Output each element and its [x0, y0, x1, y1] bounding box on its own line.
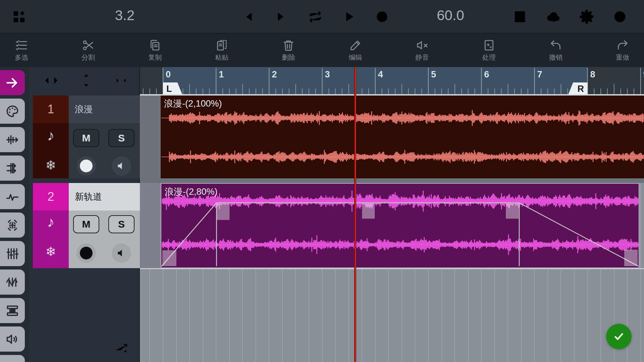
clip-end-handle[interactable]	[624, 250, 638, 266]
track-monitor-button[interactable]	[112, 156, 131, 176]
toolbar-process[interactable]: 处理	[474, 39, 504, 62]
loop-start-flag[interactable]	[163, 82, 182, 94]
toolbar-scissors[interactable]: 分割	[73, 39, 104, 62]
remove-track-button[interactable]	[78, 340, 95, 356]
track-monitor-button[interactable]	[112, 243, 131, 263]
track-lane-1[interactable]: 浪漫-(2,100%)	[140, 96, 644, 178]
paste-icon	[215, 39, 228, 52]
bar-number: 7	[537, 69, 542, 79]
tool-select-arrow[interactable]	[0, 70, 25, 95]
volume-envelope	[161, 184, 639, 267]
arranger-icon	[5, 303, 20, 318]
bar-number: 8	[590, 69, 595, 79]
timeline-ruler[interactable]: 0123456789LR	[140, 67, 644, 94]
toolbar-mute[interactable]: 静音	[407, 39, 438, 62]
toolbar-undo[interactable]: 撤销	[540, 39, 571, 62]
mute-button[interactable]: M	[73, 215, 99, 233]
loop-start-label: L	[166, 84, 172, 94]
collapse-horizontal-icon[interactable]	[113, 73, 129, 88]
settings-gear-icon[interactable]	[579, 9, 594, 24]
loop-end-label: R	[578, 84, 584, 94]
tool-speaker[interactable]	[0, 326, 25, 352]
track-lane-2[interactable]: 浪漫-(2,80%)	[140, 183, 644, 268]
record-icon[interactable]	[374, 9, 390, 24]
toolbar-paste[interactable]: 粘贴	[206, 39, 237, 62]
track-name[interactable]: 浪漫	[69, 96, 140, 123]
tool-route[interactable]	[0, 156, 25, 181]
track-header-1[interactable]: 1 浪漫 ♪ ❄ M S	[33, 96, 140, 178]
tool-volume[interactable]	[0, 355, 25, 362]
toolbar-label: 静音	[416, 53, 429, 62]
redo-icon	[616, 39, 629, 52]
tempo-display[interactable]: 60.0	[425, 7, 476, 23]
fade-out-handle[interactable]	[506, 203, 519, 219]
expand-vertical-icon[interactable]	[78, 73, 94, 88]
add-fx-icon	[5, 218, 20, 233]
clip-label: 浪漫-(2,80%)	[165, 186, 218, 198]
toolbar-label: 删除	[282, 53, 295, 62]
track-number[interactable]: 2	[33, 183, 69, 210]
toolbar-label: 多选	[15, 53, 28, 62]
speaker-icon	[116, 161, 127, 171]
skip-end-icon[interactable]	[274, 9, 290, 24]
layout-grid-icon[interactable]	[11, 9, 27, 24]
tool-mixer-faders[interactable]	[0, 241, 25, 266]
arm-record-button[interactable]	[76, 156, 96, 176]
route-icon	[5, 161, 20, 176]
lane-divider	[140, 268, 644, 269]
audio-clip-track1[interactable]: 浪漫-(2,100%)	[161, 96, 644, 178]
arm-record-button[interactable]	[76, 243, 96, 263]
bar-number: 2	[272, 69, 277, 79]
toolbar-redo[interactable]: 重做	[607, 39, 638, 62]
tool-palette[interactable]	[0, 99, 25, 124]
mixer-sliders-icon[interactable]	[39, 9, 54, 24]
track-name[interactable]: 新轨道	[69, 183, 140, 210]
toolbar-trash[interactable]: 删除	[273, 39, 304, 62]
time-display[interactable]: 3.2	[100, 7, 150, 23]
multiselect-icon	[15, 39, 28, 52]
gain-handle[interactable]	[362, 203, 375, 219]
pencil-icon	[349, 39, 362, 52]
record-dot	[80, 247, 93, 259]
expand-horizontal-icon[interactable]	[44, 73, 59, 88]
select-arrow-icon	[5, 75, 20, 90]
solo-button[interactable]: S	[108, 215, 135, 233]
tool-lfo-wave[interactable]	[0, 269, 25, 295]
save-icon[interactable]	[512, 9, 528, 24]
tool-add-fx[interactable]	[0, 213, 25, 238]
add-track-button[interactable]	[43, 340, 59, 356]
freeze-icon: ❄	[33, 158, 69, 173]
trim-icon	[5, 132, 20, 147]
solo-button[interactable]: S	[108, 129, 135, 147]
track-number[interactable]: 1	[33, 96, 69, 123]
edit-toolbar: 多选分割复制粘贴删除编辑静音处理撤销重做	[0, 34, 644, 67]
volume-icon	[5, 360, 20, 362]
lane-lead-in	[140, 96, 161, 178]
cloud-download-icon[interactable]	[546, 9, 561, 24]
toolbar-pencil[interactable]: 编辑	[340, 39, 371, 62]
mixer-faders-icon	[5, 246, 20, 261]
audio-clip-track2[interactable]: 浪漫-(2,80%)	[161, 183, 639, 268]
arrangement-area[interactable]: 0123456789LR 浪漫-(2,100%) 浪漫-(2,80%)	[140, 67, 644, 362]
toolbar-label: 撤销	[549, 53, 562, 62]
route-track-button[interactable]	[114, 340, 130, 356]
play-icon[interactable]	[341, 9, 357, 24]
toolbar-multiselect[interactable]: 多选	[6, 39, 37, 62]
tool-trim[interactable]	[0, 127, 25, 152]
playhead[interactable]	[354, 67, 356, 362]
skip-start-icon[interactable]	[240, 9, 255, 24]
toolbar-copy[interactable]: 复制	[140, 39, 170, 62]
tool-arranger[interactable]	[0, 298, 25, 323]
mute-button[interactable]: M	[73, 129, 99, 147]
loop-icon[interactable]	[308, 9, 323, 24]
fade-out-line	[519, 203, 638, 266]
undo-icon	[549, 39, 562, 52]
fade-in-handle[interactable]	[217, 203, 230, 220]
tool-automation-step[interactable]	[0, 184, 25, 209]
track-header-2[interactable]: 2 新轨道 ♪ ❄ M S	[33, 183, 140, 268]
copy-icon	[148, 39, 162, 52]
clip-start-handle[interactable]	[162, 250, 176, 266]
help-icon[interactable]	[612, 9, 628, 24]
daw-app: 3.2 60.0 多选分割复制粘贴删除编辑静音处理撤销重做 1 浪漫 ♪ ❄ M	[0, 0, 644, 362]
confirm-button[interactable]	[606, 324, 632, 349]
